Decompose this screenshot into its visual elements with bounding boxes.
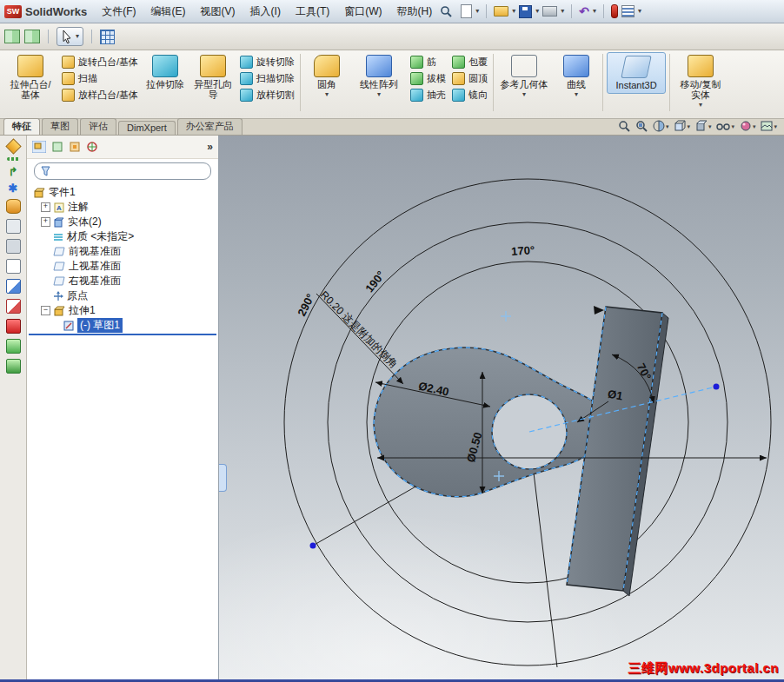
extruded-boss-button[interactable]: 拉伸凸台/基体 [3,52,57,103]
tab-features[interactable]: 特征 [3,118,40,135]
dim-290[interactable]: 290° [295,292,317,319]
window-pane-icon-2[interactable] [24,30,40,43]
expand-icon[interactable]: + [41,217,50,227]
edit-feature-icon[interactable] [6,299,21,314]
display-style-button[interactable]: ▾ [695,120,712,132]
save-dropdown-caret[interactable]: ▾ [535,8,539,15]
dimxpert-manager-tab-icon[interactable] [86,141,98,153]
apply-scene-button[interactable]: ▾ [761,121,777,131]
hole-wizard-button[interactable]: 异型孔向导 [190,52,236,103]
draft-button[interactable]: 拔模 [410,72,446,85]
options-list-icon[interactable] [621,5,635,17]
lofted-boss-button[interactable]: 放样凸台/基体 [62,89,138,102]
panel-overflow-chevron[interactable]: » [207,141,213,153]
expand-icon[interactable]: + [41,202,50,212]
menu-edit[interactable]: 编辑(E) [144,1,193,23]
tab-sketch[interactable]: 草图 [42,118,78,135]
convert-entities-icon[interactable]: ↱ [9,166,18,177]
menu-help[interactable]: 帮助(H) [390,1,440,23]
select-dropdown-caret[interactable]: ▾ [76,33,79,40]
tree-item-right-plane[interactable]: 右视基准面 [29,274,216,288]
section-view-button[interactable]: ▾ [653,120,669,132]
display-style-caret[interactable]: ▾ [708,123,712,129]
select-arrow-button[interactable]: ▾ [56,27,83,46]
zoom-fit-button[interactable] [618,120,630,132]
green-cube-tool-icon[interactable] [6,339,21,354]
shell-button[interactable]: 抽壳 [410,89,446,102]
cylinder-tool-icon[interactable] [6,199,21,214]
tree-item-material[interactable]: 材质 <未指定> [29,229,216,244]
tree-item-annotations[interactable]: + A 注解 [29,200,216,215]
move-copy-body-button[interactable]: 移动/复制实体 ▾ [674,52,728,111]
tree-item-extrude1[interactable]: − 拉伸1 [29,303,216,318]
sketch-pattern-icon[interactable]: ✱ [9,182,18,194]
drawing-sheet-icon[interactable] [6,259,21,274]
options-dropdown-caret[interactable]: ▾ [638,8,641,15]
smart-dimension-icon[interactable] [5,138,21,154]
standard-view-icon[interactable] [6,219,21,234]
menu-file[interactable]: 文件(F) [95,1,143,23]
feature-tree-tab-icon[interactable] [32,141,46,153]
isometric-view-icon[interactable] [6,239,21,254]
plate-face[interactable] [374,348,609,497]
swept-cut-button[interactable]: 扫描切除 [240,72,295,85]
extruded-cut-button[interactable]: 拉伸切除 [143,52,188,92]
move-copy-dropdown-caret[interactable]: ▾ [699,102,702,109]
open-dropdown-caret[interactable]: ▾ [512,8,515,15]
stop-rebuild-icon[interactable] [6,319,21,334]
linear-pattern-dropdown-caret[interactable]: ▾ [377,91,381,98]
tree-item-top-plane[interactable]: 上视基准面 [29,259,216,274]
sweep-button[interactable]: 扫描 [62,72,138,85]
dim-r020-note[interactable]: R0.20 这是附加的倒角 [318,288,400,370]
rebuild-icon[interactable] [611,4,618,18]
construction-line-icon[interactable] [7,157,20,161]
tree-root-part[interactable]: 零件1 [29,185,216,200]
print-icon[interactable] [542,6,557,17]
dim-170[interactable]: 170° [511,243,535,258]
configuration-manager-tab-icon[interactable] [69,141,81,153]
tab-dimxpert[interactable]: DimXpert [118,121,176,135]
view-orientation-button[interactable]: ▾ [674,120,690,132]
green-cube-tool-icon-2[interactable] [6,359,21,374]
print-dropdown-caret[interactable]: ▾ [561,8,564,15]
edit-sketch-icon[interactable] [6,279,21,294]
undo-dropdown-caret[interactable]: ▾ [593,8,596,15]
menu-tools[interactable]: 工具(T) [289,1,336,23]
reference-geometry-button[interactable]: 参考几何体 ▾ [497,52,551,101]
instant3d-button[interactable]: Instant3D [607,52,666,94]
new-document-icon[interactable] [461,4,472,18]
tab-office-products[interactable]: 办公室产品 [177,118,243,135]
section-view-caret[interactable]: ▾ [666,123,669,129]
fillet-dropdown-caret[interactable]: ▾ [325,91,329,98]
hide-show-caret[interactable]: ▾ [731,123,734,129]
property-manager-tab-icon[interactable] [51,141,63,153]
dim-190[interactable]: 190° [362,268,387,295]
curves-button[interactable]: 曲线 ▾ [554,52,599,101]
edit-appearance-caret[interactable]: ▾ [753,123,756,129]
revolved-cut-button[interactable]: 旋转切除 [240,56,295,69]
tab-evaluate[interactable]: 评估 [80,118,116,135]
tree-item-solid-bodies[interactable]: + 实体(2) [29,215,216,229]
apply-scene-caret[interactable]: ▾ [774,123,777,129]
tree-item-front-plane[interactable]: 前视基准面 [29,244,216,259]
linear-pattern-button[interactable]: 线性阵列 ▾ [352,52,406,101]
dome-button[interactable]: 圆顶 [452,72,488,85]
sketch-point[interactable] [714,384,720,390]
window-pane-icon[interactable] [4,30,20,43]
menu-window[interactable]: 窗口(W) [337,1,389,23]
curves-dropdown-caret[interactable]: ▾ [575,91,578,98]
grid-snap-icon[interactable] [100,30,115,44]
save-icon[interactable] [519,5,532,18]
revolved-boss-button[interactable]: 旋转凸台/基体 [62,56,138,69]
tree-item-origin[interactable]: 原点 [29,288,216,303]
open-document-icon[interactable] [494,6,508,17]
edit-appearance-button[interactable]: ▾ [740,120,756,132]
sketch-point[interactable] [310,543,316,549]
collapse-icon[interactable]: − [41,306,50,315]
mirror-button[interactable]: 镜向 [452,89,488,102]
panel-splitter-handle[interactable] [219,464,227,492]
dim-d1[interactable]: Ø1 [607,387,624,403]
menu-insert[interactable]: 插入(I) [243,1,288,23]
rib-button[interactable]: 筋 [410,56,446,69]
undo-icon[interactable]: ↶ [579,6,589,17]
